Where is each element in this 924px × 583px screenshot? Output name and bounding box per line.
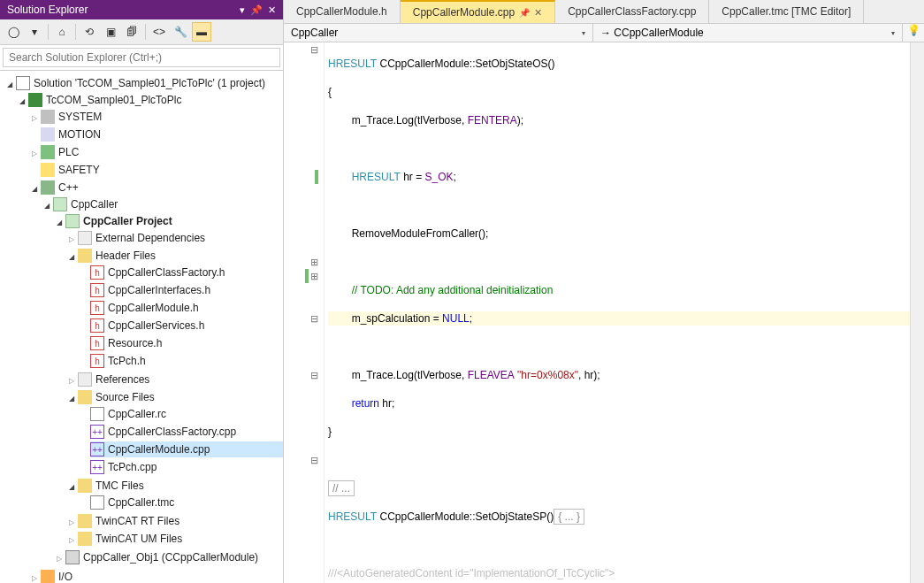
home-icon[interactable]: ⌂ [52,22,72,42]
solution-icon [16,76,30,90]
refs-node[interactable]: References [95,373,149,386]
tmc-node[interactable]: TMC Files [95,479,144,492]
file-node[interactable]: CppCallerClassFactory.cpp [108,426,236,438]
file-node[interactable]: CppCallerModule.h [108,302,199,314]
search-input[interactable] [3,48,280,67]
motion-node[interactable]: MOTION [58,128,101,141]
folder-icon [78,390,92,404]
solution-node[interactable]: Solution 'TcCOM_Sample01_PlcToPlc' (1 pr… [34,77,265,89]
io-node[interactable]: I/O [58,571,73,583]
rc-icon [90,407,104,421]
chevron-down-icon[interactable]: ▾ [582,29,585,37]
cppcaller-icon [53,197,67,211]
tab-classfactory-cpp[interactable]: CppCallerClassFactory.cpp [555,0,709,23]
source-node[interactable]: Source Files [95,391,155,403]
refs-icon [78,372,92,387]
project-icon [28,93,42,107]
explorer-tree: Solution 'TcCOM_Sample01_PlcToPlc' (1 pr… [0,71,283,583]
nav-bar: CppCaller▾ → CCppCallerModule▾ 💡 [284,24,924,42]
h-icon: h [90,265,104,280]
rt-node[interactable]: TwinCAT RT Files [95,515,179,527]
h-icon: h [90,318,104,333]
folder-icon [78,532,92,546]
h-icon: h [90,336,104,350]
cpp-icon [41,180,55,195]
folder-icon [78,479,92,493]
explorer-search [0,45,283,71]
folder-icon [78,514,92,528]
tmc-icon [90,495,104,510]
close-icon[interactable]: ✕ [534,7,542,19]
cpp-icon: ++ [90,442,104,456]
motion-icon [41,127,55,142]
toggle-icon[interactable]: ▬ [192,22,211,42]
plc-node[interactable]: PLC [58,146,79,158]
vertical-scrollbar[interactable] [910,42,924,583]
explorer-title: Solution Explorer [7,4,88,16]
back-icon[interactable]: ◯ [4,22,23,42]
extdeps-node[interactable]: External Dependencies [95,232,205,244]
file-node[interactable]: Resource.h [108,337,162,349]
h-icon: h [90,354,104,368]
file-node[interactable]: CppCaller.rc [108,408,166,420]
solution-explorer: Solution Explorer ▾ 📌 ✕ ◯ ▾ ⌂ ⟲ ▣ 🗐 <> 🔧… [0,0,284,583]
code-editor: CppCallerModule.h CppCallerModule.cpp📌✕ … [284,0,924,583]
file-node[interactable]: CppCallerServices.h [108,319,204,332]
refresh-icon[interactable]: 🗐 [122,22,141,42]
crumb-project[interactable]: CppCaller▾ [284,24,593,42]
h-icon: h [90,301,104,315]
gutter [284,42,325,583]
file-node[interactable]: CppCallerClassFactory.h [108,266,225,279]
file-node[interactable]: CppCaller.tmc [108,496,174,509]
cpp-icon: ++ [90,460,104,474]
code-icon[interactable]: <> [149,22,169,42]
close-icon[interactable]: ✕ [268,4,276,16]
pin-icon[interactable]: 📌 [250,4,263,16]
tab-module-cpp[interactable]: CppCallerModule.cpp📌✕ [401,0,555,23]
cppcaller-node[interactable]: CppCaller [71,198,118,211]
sync-icon[interactable]: ⟲ [80,22,99,42]
folder-icon [78,249,92,263]
file-node[interactable]: TcPch.h [108,355,146,367]
um-node[interactable]: TwinCAT UM Files [95,533,182,545]
system-icon [41,110,55,124]
file-node-selected[interactable]: CppCallerModule.cpp [108,443,210,456]
tab-module-h[interactable]: CppCallerModule.h [284,0,401,23]
fwd-icon[interactable]: ▾ [25,22,44,42]
file-node[interactable]: TcPch.cpp [108,461,157,473]
cpp-node[interactable]: C++ [58,181,79,194]
cppcaller-proj-node[interactable]: CppCaller Project [83,215,172,227]
cpp-icon: ++ [90,425,104,439]
explorer-titlebar: Solution Explorer ▾ 📌 ✕ [0,0,283,19]
dropdown-icon[interactable]: ▾ [240,4,245,16]
showall-icon[interactable]: ▣ [101,22,120,42]
crumb-class[interactable]: → CCppCallerModule▾ [593,24,903,42]
chevron-down-icon[interactable]: ▾ [891,29,895,37]
obj-node[interactable]: CppCaller_Obj1 (CCppCallerModule) [83,551,258,564]
editor-tabs: CppCallerModule.h CppCallerModule.cpp📌✕ … [284,0,924,24]
pin-icon[interactable]: 📌 [519,8,530,18]
tab-tmc-editor[interactable]: CppCaller.tmc [TMC Editor] [709,0,864,23]
code-area[interactable]: HRESULT CCppCallerModule::SetObjStateOS(… [325,42,910,583]
explorer-toolbar: ◯ ▾ ⌂ ⟲ ▣ 🗐 <> 🔧 ▬ [0,19,283,45]
safety-icon [41,163,55,177]
system-node[interactable]: SYSTEM [58,111,102,123]
safety-node[interactable]: SAFETY [58,164,100,176]
cppcaller-proj-icon [65,214,80,228]
file-node[interactable]: CppCallerInterfaces.h [108,284,210,296]
plc-icon [41,145,55,159]
headers-node[interactable]: Header Files [95,249,156,262]
crumb-lightbulb[interactable]: 💡 [903,24,924,42]
extdeps-icon [78,231,92,245]
obj-icon [65,550,80,564]
wrench-icon[interactable]: 🔧 [171,22,190,42]
h-icon: h [90,283,104,297]
io-icon [41,570,55,583]
project-node[interactable]: TcCOM_Sample01_PlcToPlc [46,94,181,106]
